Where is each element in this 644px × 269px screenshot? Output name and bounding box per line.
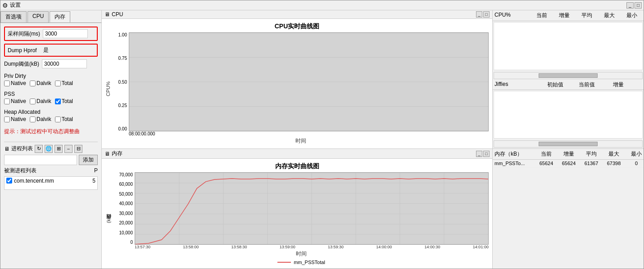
tab-preferences[interactable]: 首选项	[0, 11, 27, 22]
sample-interval-input[interactable]	[43, 29, 88, 38]
mem-x-tick-7: 14:00:30	[425, 245, 440, 249]
mem-col-min: 最小	[625, 150, 644, 158]
mem-y-tick-4: 40,000	[114, 201, 133, 206]
process-search-input[interactable]	[4, 155, 77, 165]
mem-x-tick-2: 13:58:00	[183, 245, 199, 249]
dump-threshold-label: Dump阈值(kB)	[4, 60, 39, 68]
mem-y-tick-1: 70,000	[114, 172, 133, 177]
cpu-y-tick-4: 0.25	[113, 103, 127, 108]
mem-legend: mm_PSSTotal	[114, 260, 489, 265]
heap-section: Heap Allocated Native Dalvik Total	[4, 107, 98, 122]
pss-native-checkbox[interactable]	[4, 99, 10, 104]
pss-native[interactable]: Native	[4, 98, 26, 104]
sample-interval-row: 采样间隔(ms)	[8, 29, 94, 38]
monitored-item-value: 5	[92, 178, 95, 184]
mem-row-name: mm_PSSTo...	[494, 161, 535, 166]
app-title: 设置	[10, 1, 21, 9]
mem-x-tick-3: 13:58:30	[231, 245, 247, 249]
process-header: 🖥 进程列表 ↻ 🌐 ⊞ − ⊟	[4, 145, 98, 153]
add-process-button[interactable]: 添加	[79, 155, 98, 165]
mem-table-row: mm_PSSTo... 65624 65624 61367 67398 0	[493, 160, 644, 167]
cpu-col-name: CPU%	[494, 12, 531, 19]
extra-btn[interactable]: ⊟	[74, 145, 82, 153]
maximize-button[interactable]: □	[635, 2, 642, 9]
cpu-col-avg: 平均	[576, 12, 598, 19]
globe-btn[interactable]: 🌐	[45, 145, 53, 153]
heap-total[interactable]: Total	[55, 116, 73, 122]
mem-y-tick-5: 30,000	[114, 211, 133, 216]
priv-dirty-section: Priv Dirty Native Dalvik Total	[4, 71, 98, 86]
cpu-chart-plot	[129, 32, 489, 131]
pss-dalvik-checkbox[interactable]	[30, 99, 36, 104]
cpu-y-tick-2: 0.75	[113, 56, 127, 61]
heap-dalvik[interactable]: Dalvik	[30, 116, 51, 122]
filter-btn[interactable]: ⊞	[54, 145, 63, 153]
pss-checkboxes: Native Dalvik Total	[4, 98, 98, 104]
pss-dalvik[interactable]: Dalvik	[30, 98, 51, 104]
priv-dirty-total[interactable]: Total	[55, 80, 73, 86]
mem-row-delta: 65624	[558, 161, 580, 166]
refresh-btn[interactable]: ↻	[35, 145, 43, 153]
mem-y-ticks: 70,000 60,000 50,000 40,000 30,000 20,00…	[114, 172, 135, 245]
monitored-item-name: com.tencent.mm	[14, 178, 54, 184]
cpu-y-tick-1: 1.00	[113, 32, 127, 37]
priv-dirty-total-checkbox[interactable]	[55, 81, 61, 86]
dump-hprof-row: Dump Hprof 是	[8, 46, 94, 54]
mem-chart-inner: 内存值(kB) 70,000 60,000 50,000 40,000	[105, 172, 489, 265]
cpu-table-header: CPU% 当前 增量 平均 最大 最小	[493, 10, 644, 21]
priv-dirty-native[interactable]: Native	[4, 80, 26, 86]
cpu-x-start: 08:00:00.000	[129, 131, 155, 136]
process-filter: 添加	[4, 155, 98, 165]
mem-y-axis-label: 内存值(kB)	[105, 172, 112, 265]
priv-dirty-checkboxes: Native Dalvik Total	[4, 80, 98, 86]
cpu-scrollbar-thumb[interactable]	[539, 73, 598, 78]
cpu-data-panel: CPU% 当前 增量 平均 最大 最小 Jiffies 初始值	[493, 10, 644, 148]
mem-x-tick-5: 13:59:30	[328, 245, 344, 249]
priv-dirty-dalvik-checkbox[interactable]	[30, 81, 36, 86]
monitored-item[interactable]: com.tencent.mm 5	[5, 177, 97, 185]
tab-cpu[interactable]: CPU	[27, 11, 49, 22]
cpu-chart-title: CPU实时曲线图	[105, 22, 489, 31]
minus-btn[interactable]: −	[64, 145, 73, 153]
monitored-item-checkbox[interactable]	[6, 178, 12, 184]
heap-native-checkbox[interactable]	[4, 117, 10, 122]
mem-row-max: 67398	[603, 161, 625, 166]
heap-dalvik-checkbox[interactable]	[30, 117, 36, 122]
cpu-y-tick-3: 0.50	[113, 80, 127, 85]
heap-native[interactable]: Native	[4, 116, 26, 122]
cpu-minimize-btn[interactable]: _	[476, 11, 482, 18]
cpu-scrollbar[interactable]	[494, 72, 643, 79]
mem-x-tick-8: 14:01:00	[473, 245, 489, 249]
cpu-col-max: 最大	[598, 12, 621, 19]
main-layout: 首选项 CPU 内存 采样间隔(ms) Dump Hprof 是	[0, 10, 644, 269]
mem-section: 🖥 内存 _ □ 内存实时曲线图 内存值(kB)	[102, 149, 644, 269]
dump-hprof-value: 是	[43, 46, 49, 54]
jiffies-scrollbar-thumb[interactable]	[539, 142, 598, 146]
tab-memory[interactable]: 内存	[50, 11, 70, 22]
cpu-chart-wrapper: CPU实时曲线图 CPU% 1.00 0.75 0.50	[102, 19, 492, 148]
mem-chart-plot	[135, 172, 489, 245]
minimize-button[interactable]: _	[626, 2, 634, 9]
legend-line	[277, 262, 291, 263]
dump-threshold-input[interactable]	[42, 59, 87, 68]
monitored-label: 被测进程列表	[4, 167, 36, 175]
mem-row-avg: 61367	[580, 161, 603, 166]
jiffies-col-delta: 增量	[603, 81, 634, 89]
mem-col-max: 最大	[603, 150, 625, 158]
cpu-maximize-btn[interactable]: □	[483, 11, 490, 18]
priv-dirty-dalvik[interactable]: Dalvik	[30, 80, 51, 86]
mem-icon: 🖥	[104, 151, 110, 157]
mem-y-tick-6: 20,000	[114, 220, 133, 225]
jiffies-scrollbar[interactable]	[494, 140, 643, 148]
tab-bar: 首选项 CPU 内存	[0, 10, 101, 23]
mem-minimize-btn[interactable]: _	[476, 151, 482, 157]
pss-total[interactable]: Total	[55, 98, 73, 104]
heap-total-checkbox[interactable]	[55, 117, 61, 122]
pss-total-checkbox[interactable]	[55, 99, 61, 104]
app-titlebar: ⚙ 设置 _ □	[0, 0, 644, 10]
mem-maximize-btn[interactable]: □	[483, 151, 490, 157]
app-window-controls: _ □	[626, 2, 642, 9]
mem-y-tick-7: 10,000	[114, 230, 133, 235]
sample-interval-label: 采样间隔(ms)	[8, 30, 40, 38]
priv-dirty-native-checkbox[interactable]	[4, 81, 10, 86]
